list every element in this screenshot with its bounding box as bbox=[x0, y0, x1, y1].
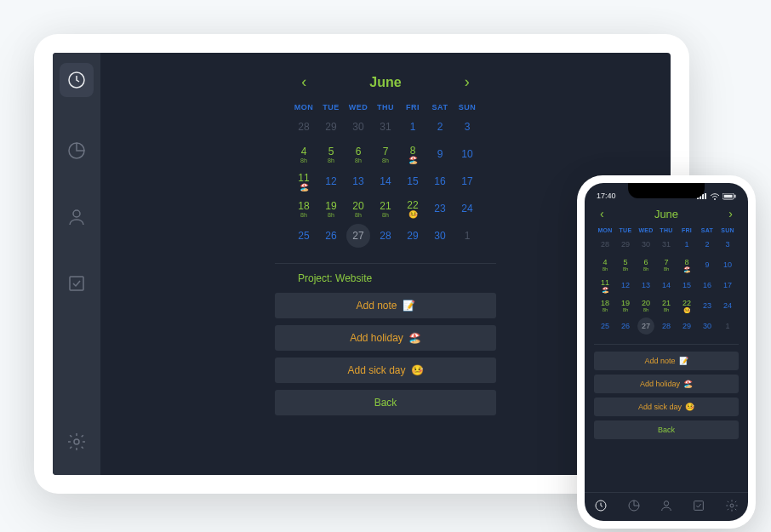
calendar-day[interactable]: 198h bbox=[615, 296, 636, 315]
tabbar-item-tasks[interactable] bbox=[692, 499, 705, 516]
calendar-day[interactable]: 27 bbox=[637, 317, 654, 335]
pie-chart-icon bbox=[627, 499, 641, 512]
back-button[interactable]: Back bbox=[275, 390, 496, 415]
calendar-day[interactable]: 23 bbox=[697, 296, 717, 315]
add-holiday-button[interactable]: Add holiday 🏖️ bbox=[275, 325, 496, 351]
calendar-day[interactable]: 208h bbox=[345, 197, 372, 220]
sick-icon: 🤒 bbox=[685, 403, 694, 411]
phone-add-sick-day-button[interactable]: Add sick day 🤒 bbox=[594, 398, 739, 416]
calendar-day[interactable]: 68h bbox=[345, 142, 372, 166]
calendar-day[interactable]: 8🏖️ bbox=[677, 255, 697, 274]
calendar-day[interactable]: 218h bbox=[372, 197, 399, 220]
calendar-day[interactable]: 9 bbox=[697, 255, 717, 274]
calendar-day[interactable]: 28 bbox=[595, 235, 615, 254]
calendar-day[interactable]: 2 bbox=[426, 115, 454, 139]
calendar-day[interactable]: 11🏖️ bbox=[595, 276, 615, 295]
calendar-day[interactable]: 1 bbox=[717, 317, 738, 335]
calendar-day[interactable]: 26 bbox=[317, 224, 345, 248]
calendar-grid: MONTUEWEDTHUFRISATSUN2829303112348h58h68… bbox=[290, 103, 481, 248]
calendar-day[interactable]: 58h bbox=[317, 142, 345, 166]
phone-back-button[interactable]: Back bbox=[594, 420, 739, 439]
calendar-day[interactable]: 2 bbox=[697, 235, 717, 254]
calendar-day[interactable]: 22🤒 bbox=[677, 296, 697, 315]
tabbar-item-people[interactable] bbox=[660, 499, 673, 516]
calendar-day[interactable]: 28 bbox=[290, 115, 317, 139]
calendar-day[interactable]: 17 bbox=[717, 276, 738, 295]
calendar-day[interactable]: 29 bbox=[615, 235, 636, 254]
calendar-day[interactable]: 68h bbox=[636, 255, 656, 274]
add-sick-day-button[interactable]: Add sick day 🤒 bbox=[275, 358, 496, 383]
calendar-day[interactable]: 15 bbox=[399, 169, 426, 193]
calendar-day[interactable]: 58h bbox=[615, 255, 636, 274]
calendar-day[interactable]: 13 bbox=[636, 276, 656, 295]
calendar-day[interactable]: 188h bbox=[595, 296, 615, 315]
phone-add-note-button[interactable]: Add note 📝 bbox=[594, 352, 739, 370]
calendar-day[interactable]: 27 bbox=[346, 224, 370, 248]
calendar-day[interactable]: 10 bbox=[454, 142, 481, 166]
calendar-day[interactable]: 48h bbox=[595, 255, 615, 274]
calendar-day[interactable]: 16 bbox=[426, 169, 454, 193]
calendar-day[interactable]: 12 bbox=[317, 169, 345, 193]
calendar-day[interactable]: 23 bbox=[426, 197, 454, 220]
calendar-day[interactable]: 208h bbox=[636, 296, 656, 315]
button-label: Add note bbox=[644, 357, 675, 365]
tabbar-item-reports[interactable] bbox=[627, 499, 641, 516]
calendar-day[interactable]: 13 bbox=[345, 169, 372, 193]
tabbar-item-time[interactable] bbox=[594, 499, 608, 516]
calendar-day[interactable]: 10 bbox=[717, 255, 738, 274]
calendar-day[interactable]: 25 bbox=[290, 224, 317, 248]
calendar-day[interactable]: 12 bbox=[615, 276, 636, 295]
calendar-day[interactable]: 22🤒 bbox=[399, 197, 426, 220]
phone-add-holiday-button[interactable]: Add holiday 🏖️ bbox=[594, 375, 739, 393]
calendar-day[interactable]: 29 bbox=[399, 224, 426, 248]
calendar-day[interactable]: 1 bbox=[454, 224, 481, 248]
calendar-day[interactable]: 16 bbox=[697, 276, 717, 295]
calendar-day[interactable]: 1 bbox=[399, 115, 426, 139]
calendar-day[interactable]: 24 bbox=[454, 197, 481, 220]
calendar-day[interactable]: 28 bbox=[372, 224, 399, 248]
calendar-day[interactable]: 30 bbox=[636, 235, 656, 254]
calendar-day[interactable]: 3 bbox=[454, 115, 481, 139]
calendar-day[interactable]: 25 bbox=[595, 317, 615, 335]
sidebar-item-tasks[interactable] bbox=[64, 271, 89, 296]
calendar-day[interactable]: 78h bbox=[656, 255, 677, 274]
calendar-day[interactable]: 3 bbox=[717, 235, 738, 254]
prev-month-button[interactable]: ‹ bbox=[301, 73, 306, 91]
calendar-day[interactable]: 31 bbox=[372, 115, 399, 139]
calendar-day[interactable]: 26 bbox=[615, 317, 636, 335]
calendar-day[interactable]: 198h bbox=[317, 197, 345, 220]
sidebar-item-settings[interactable] bbox=[64, 429, 89, 455]
calendar-day[interactable]: 48h bbox=[290, 142, 317, 166]
weekday-header: FRI bbox=[399, 103, 426, 112]
weekday-header: MON bbox=[595, 227, 615, 233]
phone-notch bbox=[628, 183, 705, 198]
calendar-day[interactable]: 17 bbox=[454, 169, 481, 193]
tabbar-item-settings[interactable] bbox=[725, 499, 739, 516]
calendar-day[interactable]: 15 bbox=[677, 276, 697, 295]
sidebar-item-time[interactable] bbox=[60, 63, 94, 97]
calendar-day[interactable]: 24 bbox=[717, 296, 738, 315]
calendar-day[interactable]: 14 bbox=[656, 276, 677, 295]
calendar-day[interactable]: 11🏖️ bbox=[290, 169, 317, 193]
calendar-day[interactable]: 8🏖️ bbox=[399, 142, 426, 166]
sick-icon: 🤒 bbox=[411, 364, 424, 376]
add-note-button[interactable]: Add note 📝 bbox=[275, 293, 496, 318]
calendar-day[interactable]: 30 bbox=[697, 317, 717, 335]
calendar-day[interactable]: 30 bbox=[345, 115, 372, 139]
calendar-day[interactable]: 9 bbox=[426, 142, 454, 166]
phone-next-month-button[interactable]: › bbox=[728, 207, 733, 220]
calendar-day[interactable]: 29 bbox=[317, 115, 345, 139]
calendar-day[interactable]: 30 bbox=[426, 224, 454, 248]
next-month-button[interactable]: › bbox=[465, 73, 470, 91]
calendar-day[interactable]: 188h bbox=[290, 197, 317, 220]
sidebar-item-people[interactable] bbox=[64, 204, 89, 230]
calendar-day[interactable]: 78h bbox=[372, 142, 399, 166]
calendar-day[interactable]: 31 bbox=[656, 235, 677, 254]
calendar-day[interactable]: 1 bbox=[677, 235, 697, 254]
phone-prev-month-button[interactable]: ‹ bbox=[600, 207, 604, 220]
calendar-day[interactable]: 28 bbox=[656, 317, 677, 335]
calendar-day[interactable]: 218h bbox=[656, 296, 677, 315]
calendar-day[interactable]: 14 bbox=[372, 169, 399, 193]
calendar-day[interactable]: 29 bbox=[677, 317, 697, 335]
sidebar-item-reports[interactable] bbox=[64, 138, 89, 163]
